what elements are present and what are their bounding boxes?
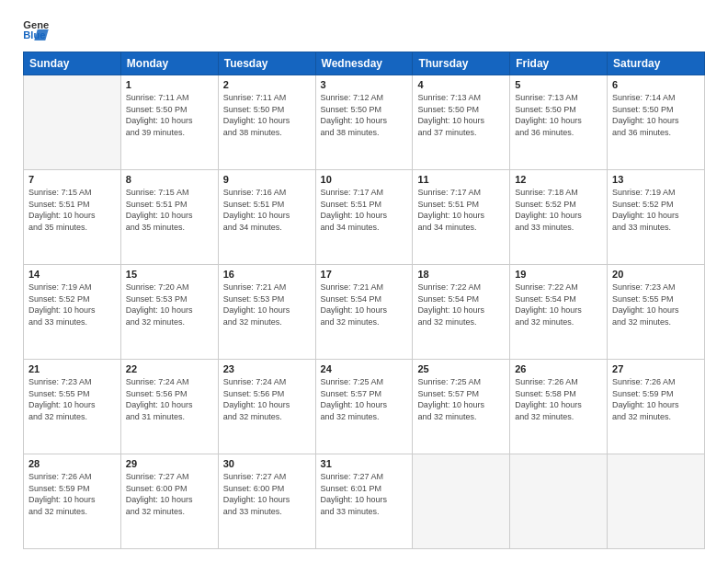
day-info: Sunrise: 7:22 AM Sunset: 5:54 PM Dayligh… (417, 282, 505, 327)
calendar-cell: 6Sunrise: 7:14 AM Sunset: 5:50 PM Daylig… (608, 75, 705, 170)
day-number: 31 (321, 458, 408, 469)
calendar-cell: 17Sunrise: 7:21 AM Sunset: 5:54 PM Dayli… (315, 265, 413, 360)
day-number: 12 (515, 174, 602, 185)
weekday-header-friday: Friday (510, 52, 608, 75)
week-row-2: 7Sunrise: 7:15 AM Sunset: 5:51 PM Daylig… (24, 170, 705, 265)
calendar-cell: 23Sunrise: 7:24 AM Sunset: 5:56 PM Dayli… (218, 360, 315, 454)
calendar-cell: 31Sunrise: 7:27 AM Sunset: 6:01 PM Dayli… (315, 454, 413, 549)
calendar-cell: 25Sunrise: 7:25 AM Sunset: 5:57 PM Dayli… (413, 360, 510, 454)
calendar-cell: 20Sunrise: 7:23 AM Sunset: 5:55 PM Dayli… (608, 265, 705, 360)
calendar-cell (24, 75, 121, 170)
day-info: Sunrise: 7:20 AM Sunset: 5:53 PM Dayligh… (126, 282, 213, 327)
day-number: 23 (223, 363, 311, 374)
day-info: Sunrise: 7:21 AM Sunset: 5:54 PM Dayligh… (321, 282, 408, 327)
day-number: 28 (28, 458, 116, 469)
calendar-cell: 3Sunrise: 7:12 AM Sunset: 5:50 PM Daylig… (315, 75, 413, 170)
day-info: Sunrise: 7:15 AM Sunset: 5:51 PM Dayligh… (28, 187, 116, 233)
day-number: 21 (28, 363, 116, 374)
calendar-cell: 14Sunrise: 7:19 AM Sunset: 5:52 PM Dayli… (24, 265, 121, 360)
day-number: 26 (515, 363, 602, 374)
calendar-cell: 4Sunrise: 7:13 AM Sunset: 5:50 PM Daylig… (413, 75, 510, 170)
day-info: Sunrise: 7:15 AM Sunset: 5:51 PM Dayligh… (126, 187, 213, 233)
calendar-cell: 29Sunrise: 7:27 AM Sunset: 6:00 PM Dayli… (120, 454, 218, 549)
calendar-cell: 30Sunrise: 7:27 AM Sunset: 6:00 PM Dayli… (218, 454, 315, 549)
day-info: Sunrise: 7:16 AM Sunset: 5:51 PM Dayligh… (223, 187, 311, 233)
calendar-cell: 7Sunrise: 7:15 AM Sunset: 5:51 PM Daylig… (24, 170, 121, 265)
calendar-cell (510, 454, 608, 549)
day-number: 5 (515, 79, 602, 90)
calendar-cell (413, 454, 510, 549)
day-info: Sunrise: 7:14 AM Sunset: 5:50 PM Dayligh… (612, 92, 700, 138)
day-info: Sunrise: 7:26 AM Sunset: 5:58 PM Dayligh… (515, 376, 602, 422)
calendar-cell: 22Sunrise: 7:24 AM Sunset: 5:56 PM Dayli… (120, 360, 218, 454)
calendar-cell: 26Sunrise: 7:26 AM Sunset: 5:58 PM Dayli… (510, 360, 608, 454)
day-number: 13 (612, 174, 700, 185)
week-row-4: 21Sunrise: 7:23 AM Sunset: 5:55 PM Dayli… (24, 360, 705, 454)
week-row-1: 1Sunrise: 7:11 AM Sunset: 5:50 PM Daylig… (24, 75, 705, 170)
day-info: Sunrise: 7:19 AM Sunset: 5:52 PM Dayligh… (28, 282, 116, 327)
day-number: 7 (28, 174, 116, 185)
svg-text:General: General (23, 19, 49, 30)
day-info: Sunrise: 7:17 AM Sunset: 5:51 PM Dayligh… (417, 187, 505, 233)
week-row-3: 14Sunrise: 7:19 AM Sunset: 5:52 PM Dayli… (24, 265, 705, 360)
page: General Blue SundayMondayTuesdayWednesda… (0, 0, 728, 563)
day-number: 1 (126, 79, 213, 90)
calendar-cell: 21Sunrise: 7:23 AM Sunset: 5:55 PM Dayli… (24, 360, 121, 454)
weekday-header-saturday: Saturday (608, 52, 705, 75)
day-number: 30 (223, 458, 311, 469)
day-number: 16 (223, 269, 311, 280)
calendar-cell: 24Sunrise: 7:25 AM Sunset: 5:57 PM Dayli… (315, 360, 413, 454)
day-info: Sunrise: 7:19 AM Sunset: 5:52 PM Dayligh… (612, 187, 700, 233)
day-number: 3 (321, 79, 408, 90)
calendar-cell: 10Sunrise: 7:17 AM Sunset: 5:51 PM Dayli… (315, 170, 413, 265)
calendar-cell: 1Sunrise: 7:11 AM Sunset: 5:50 PM Daylig… (120, 75, 218, 170)
calendar-cell: 19Sunrise: 7:22 AM Sunset: 5:54 PM Dayli… (510, 265, 608, 360)
day-number: 27 (612, 363, 700, 374)
day-number: 29 (126, 458, 213, 469)
day-info: Sunrise: 7:11 AM Sunset: 5:50 PM Dayligh… (223, 92, 311, 138)
day-number: 14 (28, 269, 116, 280)
header: General Blue (23, 18, 705, 40)
weekday-header-sunday: Sunday (24, 52, 121, 75)
calendar-cell (608, 454, 705, 549)
day-number: 8 (126, 174, 213, 185)
generalblue-logo-icon: General Blue (23, 18, 49, 40)
day-info: Sunrise: 7:24 AM Sunset: 5:56 PM Dayligh… (223, 376, 311, 422)
day-number: 19 (515, 269, 602, 280)
calendar-cell: 13Sunrise: 7:19 AM Sunset: 5:52 PM Dayli… (608, 170, 705, 265)
weekday-header-row: SundayMondayTuesdayWednesdayThursdayFrid… (24, 52, 705, 75)
week-row-5: 28Sunrise: 7:26 AM Sunset: 5:59 PM Dayli… (24, 454, 705, 549)
day-number: 6 (612, 79, 700, 90)
day-info: Sunrise: 7:12 AM Sunset: 5:50 PM Dayligh… (321, 92, 408, 138)
weekday-header-tuesday: Tuesday (218, 52, 315, 75)
calendar-cell: 12Sunrise: 7:18 AM Sunset: 5:52 PM Dayli… (510, 170, 608, 265)
day-info: Sunrise: 7:13 AM Sunset: 5:50 PM Dayligh… (515, 92, 602, 138)
calendar-cell: 11Sunrise: 7:17 AM Sunset: 5:51 PM Dayli… (413, 170, 510, 265)
day-info: Sunrise: 7:21 AM Sunset: 5:53 PM Dayligh… (223, 282, 311, 327)
day-number: 18 (417, 269, 505, 280)
day-info: Sunrise: 7:24 AM Sunset: 5:56 PM Dayligh… (126, 376, 213, 422)
day-info: Sunrise: 7:11 AM Sunset: 5:50 PM Dayligh… (126, 92, 213, 138)
day-number: 15 (126, 269, 213, 280)
weekday-header-thursday: Thursday (413, 52, 510, 75)
day-info: Sunrise: 7:25 AM Sunset: 5:57 PM Dayligh… (321, 376, 408, 422)
day-info: Sunrise: 7:23 AM Sunset: 5:55 PM Dayligh… (28, 376, 116, 422)
day-number: 4 (417, 79, 505, 90)
day-info: Sunrise: 7:18 AM Sunset: 5:52 PM Dayligh… (515, 187, 602, 233)
logo: General Blue (23, 18, 49, 40)
day-number: 11 (417, 174, 505, 185)
day-info: Sunrise: 7:17 AM Sunset: 5:51 PM Dayligh… (321, 187, 408, 233)
calendar-cell: 8Sunrise: 7:15 AM Sunset: 5:51 PM Daylig… (120, 170, 218, 265)
day-info: Sunrise: 7:27 AM Sunset: 6:01 PM Dayligh… (321, 471, 408, 517)
calendar-cell: 9Sunrise: 7:16 AM Sunset: 5:51 PM Daylig… (218, 170, 315, 265)
day-number: 20 (612, 269, 700, 280)
day-number: 10 (321, 174, 408, 185)
calendar-cell: 18Sunrise: 7:22 AM Sunset: 5:54 PM Dayli… (413, 265, 510, 360)
calendar-cell: 15Sunrise: 7:20 AM Sunset: 5:53 PM Dayli… (120, 265, 218, 360)
day-info: Sunrise: 7:27 AM Sunset: 6:00 PM Dayligh… (223, 471, 311, 517)
weekday-header-monday: Monday (120, 52, 218, 75)
calendar-cell: 5Sunrise: 7:13 AM Sunset: 5:50 PM Daylig… (510, 75, 608, 170)
calendar-cell: 16Sunrise: 7:21 AM Sunset: 5:53 PM Dayli… (218, 265, 315, 360)
day-number: 22 (126, 363, 213, 374)
calendar-cell: 27Sunrise: 7:26 AM Sunset: 5:59 PM Dayli… (608, 360, 705, 454)
